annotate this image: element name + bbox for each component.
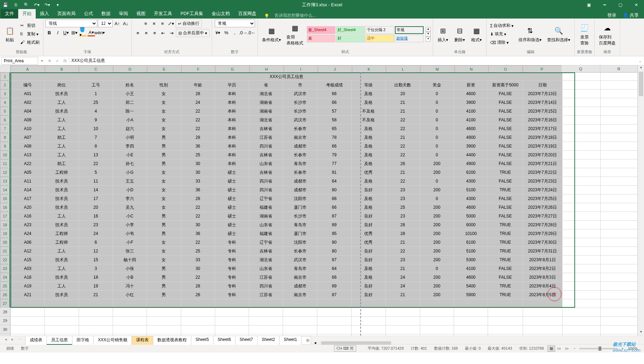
cell[interactable]: 工号 [79,81,113,90]
cell[interactable] [601,186,638,194]
cell[interactable]: 及格 [352,124,386,133]
cell[interactable]: 姓名 [113,81,147,90]
cell[interactable]: 22 [385,151,420,159]
column-header[interactable]: E [147,65,181,73]
cell[interactable]: 200 [420,186,454,194]
tab-layout[interactable]: 页面布局 [53,9,80,19]
cell[interactable]: 男 [147,142,181,151]
cell[interactable] [562,299,601,308]
cell[interactable] [420,326,454,334]
row-header[interactable]: 21 [0,247,10,255]
cell[interactable] [317,308,351,317]
cell[interactable]: A08 [11,142,45,151]
cell[interactable] [562,73,601,81]
cell[interactable]: 工人 [45,247,79,256]
cell[interactable] [181,299,215,308]
cell[interactable]: 武汉市 [283,90,317,98]
wrap-text-button[interactable]: ↵ 自动换行 [176,20,202,28]
cell[interactable] [562,247,601,256]
paste-button[interactable]: 📋粘贴 [2,24,17,44]
fill-color-button[interactable]: 🪣▾ [79,29,87,36]
cell[interactable] [147,299,181,308]
cell[interactable]: 2023年7月26日 [523,203,562,212]
cell[interactable]: 0 [420,151,454,159]
cell[interactable]: 16 [79,212,113,221]
cell[interactable] [601,124,638,133]
cell[interactable]: 助工 [45,133,79,142]
cell[interactable]: 36 [181,142,215,151]
cell[interactable]: FALSE [488,124,523,133]
cell[interactable] [601,168,638,177]
cell[interactable]: 市 [283,81,317,90]
currency-icon[interactable]: ¥▾ [214,29,222,36]
cell[interactable]: 18 [79,273,113,282]
cell[interactable]: 21 [79,291,113,299]
cell[interactable]: 26 [385,221,420,229]
qat-btn-2[interactable]: 🔍 [21,0,31,10]
cell[interactable]: 吴九 [113,203,147,212]
cell[interactable] [601,73,638,81]
column-header[interactable]: A [10,65,45,73]
row-header[interactable]: 26 [0,290,10,299]
cell[interactable]: 66 [317,98,351,107]
cell[interactable]: 良好 [352,212,386,221]
cell[interactable]: 四川省 [249,282,283,291]
cell[interactable] [420,299,454,308]
cell[interactable] [562,264,601,273]
cell[interactable] [454,334,488,336]
cell[interactable]: 本科 [215,159,249,168]
cell[interactable]: 女 [147,98,181,107]
cell[interactable]: 33 [181,177,215,186]
cell[interactable]: 硕士 [215,221,249,229]
formula-input[interactable] [69,57,635,65]
cell[interactable]: TRUE [488,256,523,264]
cell[interactable]: 沈阳市 [283,238,317,247]
cell[interactable]: 青岛市 [283,221,317,229]
cell[interactable]: A06 [11,238,45,247]
sheet-tab[interactable]: 课程表 [132,336,153,345]
cell[interactable]: 张三 [113,247,147,256]
column-header[interactable]: H [249,65,284,73]
cell[interactable]: 郑二 [113,98,147,107]
sheet-tab[interactable]: 员工信息 [47,336,72,345]
cell[interactable]: 小红 [113,291,147,299]
cell[interactable]: A05 [11,168,45,177]
cell[interactable] [317,317,351,326]
cell[interactable]: 64 [317,177,351,186]
cell[interactable] [113,308,147,317]
cell[interactable]: 80 [317,247,351,256]
cell[interactable] [454,317,488,326]
cell[interactable]: 30 [181,221,215,229]
cell[interactable]: TRUE [488,247,523,256]
cell[interactable] [562,151,601,159]
cell[interactable] [601,177,638,186]
tab-nav-last-icon[interactable]: ▸ [9,337,16,343]
cell[interactable] [420,317,454,326]
cell[interactable]: 男 [147,282,181,291]
cell[interactable]: 成都市 [283,177,317,186]
cell[interactable]: 湖南省 [249,107,283,116]
cell[interactable]: 陈一 [113,107,147,116]
cell[interactable]: 小G [113,168,147,177]
cell[interactable] [283,326,317,334]
cell[interactable]: A15 [11,256,45,264]
cell[interactable] [45,334,79,336]
cell[interactable]: 64 [317,264,351,273]
autosum-button[interactable]: Σ 自动求和 ▾ [489,22,515,29]
cell[interactable]: 本科 [215,90,249,98]
cell[interactable] [283,299,317,308]
cell[interactable] [601,326,638,334]
cell[interactable]: 0 [420,98,454,107]
cell[interactable]: 辽宁省 [249,194,283,203]
cell[interactable]: 及格 [352,273,386,282]
cell[interactable]: A09 [11,116,45,124]
column-header[interactable]: R [600,65,638,72]
cell[interactable]: 女 [147,107,181,116]
cell[interactable]: A19 [11,282,45,291]
conditional-format-button[interactable]: ▦条件格式▾ [260,24,283,44]
cell[interactable]: 2023年7月30日 [523,238,562,247]
save-icon[interactable]: 💾 [0,0,10,10]
cell[interactable]: 4300 [454,177,488,186]
cell[interactable]: A24 [11,229,45,238]
cell[interactable]: 30 [181,159,215,168]
